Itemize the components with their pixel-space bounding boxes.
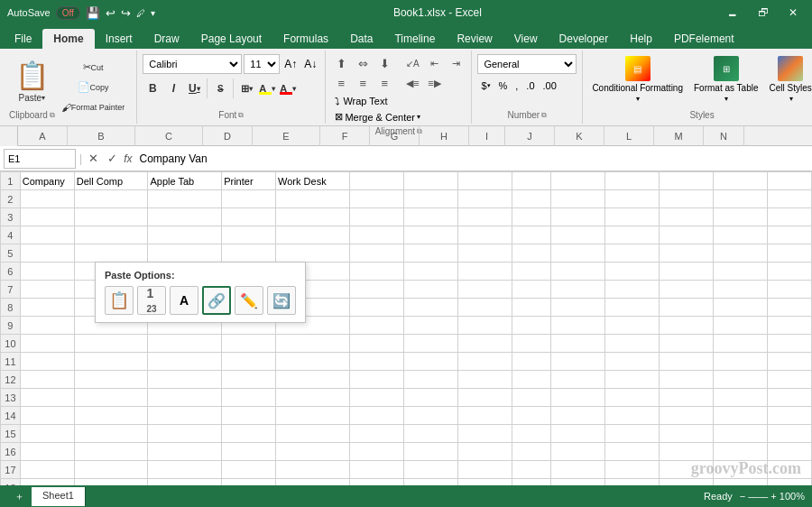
cell-K1[interactable] <box>605 172 660 190</box>
cell-C10[interactable] <box>148 335 222 353</box>
cell-G8[interactable] <box>403 299 457 317</box>
cell-N16[interactable] <box>767 443 811 461</box>
indent-increase-button[interactable]: ⇥ <box>446 54 466 72</box>
cell-H14[interactable] <box>457 407 512 425</box>
col-header-c[interactable]: C <box>135 126 203 146</box>
cell-K3[interactable] <box>605 208 660 226</box>
cell-L6[interactable] <box>659 263 713 281</box>
tab-home[interactable]: Home <box>42 29 94 49</box>
cell-H12[interactable] <box>457 371 512 389</box>
cell-M4[interactable] <box>713 226 767 244</box>
customize-icon[interactable]: 🖊 <box>136 8 145 18</box>
cell-L18[interactable] <box>659 479 713 486</box>
row-header-16[interactable]: 16 <box>1 443 21 461</box>
cell-N10[interactable] <box>767 335 811 353</box>
cell-I8[interactable] <box>512 299 551 317</box>
cell-K9[interactable] <box>605 317 660 335</box>
cell-H1[interactable] <box>457 172 512 190</box>
tab-page-layout[interactable]: Page Layout <box>190 29 272 49</box>
cell-K14[interactable] <box>605 407 660 425</box>
cell-I6[interactable] <box>512 263 551 281</box>
cell-J12[interactable] <box>551 371 605 389</box>
cell-F1[interactable] <box>349 172 403 190</box>
cell-L12[interactable] <box>659 371 713 389</box>
cell-A18[interactable] <box>20 479 74 486</box>
row-header-11[interactable]: 11 <box>1 353 21 371</box>
cell-J16[interactable] <box>551 443 605 461</box>
cell-J1[interactable] <box>551 172 605 190</box>
border-button[interactable]: ⊞ ▾ <box>236 78 256 98</box>
name-box[interactable]: E1 <box>4 149 76 169</box>
cell-H16[interactable] <box>457 443 512 461</box>
cell-E13[interactable] <box>276 389 350 407</box>
align-center-button[interactable]: ≡ <box>353 74 373 92</box>
cell-F6[interactable] <box>349 263 403 281</box>
cell-F3[interactable] <box>349 208 403 226</box>
cell-M13[interactable] <box>713 389 767 407</box>
cell-J18[interactable] <box>551 479 605 486</box>
cell-A1[interactable]: Company <box>20 172 74 190</box>
cell-B18[interactable] <box>74 479 148 486</box>
cell-H13[interactable] <box>457 389 512 407</box>
cell-I10[interactable] <box>512 335 551 353</box>
col-header-j[interactable]: J <box>505 126 555 146</box>
cell-M17[interactable] <box>713 461 767 479</box>
cell-K6[interactable] <box>605 263 660 281</box>
cell-M9[interactable] <box>713 317 767 335</box>
cell-E10[interactable] <box>276 335 350 353</box>
row-header-8[interactable]: 8 <box>1 299 21 317</box>
cell-K8[interactable] <box>605 299 660 317</box>
strikethrough-button[interactable]: S <box>210 78 230 98</box>
font-expand[interactable]: ⧉ <box>238 111 244 120</box>
cell-N7[interactable] <box>767 281 811 299</box>
cell-F14[interactable] <box>349 407 403 425</box>
cell-B1[interactable]: Dell Comp <box>74 172 148 190</box>
cell-A15[interactable] <box>20 425 74 443</box>
cell-E18[interactable] <box>276 479 350 486</box>
cell-I12[interactable] <box>512 371 551 389</box>
cell-K11[interactable] <box>605 353 660 371</box>
cell-A9[interactable] <box>20 317 74 335</box>
tab-timeline[interactable]: Timeline <box>383 29 446 49</box>
align-top-button[interactable]: ⬆ <box>331 54 351 72</box>
cell-F8[interactable] <box>349 299 403 317</box>
cell-D4[interactable] <box>222 226 276 244</box>
cell-B17[interactable] <box>74 461 148 479</box>
cell-L8[interactable] <box>659 299 713 317</box>
cell-I5[interactable] <box>512 244 551 263</box>
col-header-h[interactable]: H <box>420 126 469 146</box>
row-header-10[interactable]: 10 <box>1 335 21 353</box>
restore-button[interactable]: 🗗 <box>751 6 776 19</box>
font-name-select[interactable]: Calibri <box>143 54 242 74</box>
cell-N17[interactable] <box>767 461 811 479</box>
row-header-5[interactable]: 5 <box>1 244 21 263</box>
cell-D10[interactable] <box>222 335 276 353</box>
cell-F16[interactable] <box>349 443 403 461</box>
cell-F15[interactable] <box>349 425 403 443</box>
cell-I16[interactable] <box>512 443 551 461</box>
cell-D16[interactable] <box>222 443 276 461</box>
cell-G6[interactable] <box>403 263 457 281</box>
cell-M18[interactable] <box>713 479 767 486</box>
cell-I3[interactable] <box>512 208 551 226</box>
tab-pdfelement[interactable]: PDFelement <box>663 29 745 49</box>
cell-H11[interactable] <box>457 353 512 371</box>
add-sheet-button[interactable]: ＋ <box>7 487 32 506</box>
cell-E17[interactable] <box>276 461 350 479</box>
cell-D13[interactable] <box>222 389 276 407</box>
cell-M2[interactable] <box>713 190 767 208</box>
percent-button[interactable]: % <box>495 78 512 93</box>
row-header-15[interactable]: 15 <box>1 425 21 443</box>
cell-G7[interactable] <box>403 281 457 299</box>
cell-A12[interactable] <box>20 371 74 389</box>
cut-button[interactable]: ✂ Cut <box>59 59 128 77</box>
cell-G11[interactable] <box>403 353 457 371</box>
cell-J6[interactable] <box>551 263 605 281</box>
cell-C11[interactable] <box>148 353 222 371</box>
cell-A10[interactable] <box>20 335 74 353</box>
paste-option-picture[interactable]: ✏️ <box>235 286 263 315</box>
cell-N4[interactable] <box>767 226 811 244</box>
cell-N12[interactable] <box>767 371 811 389</box>
col-header-e[interactable]: E <box>253 126 320 146</box>
cell-K16[interactable] <box>605 443 660 461</box>
